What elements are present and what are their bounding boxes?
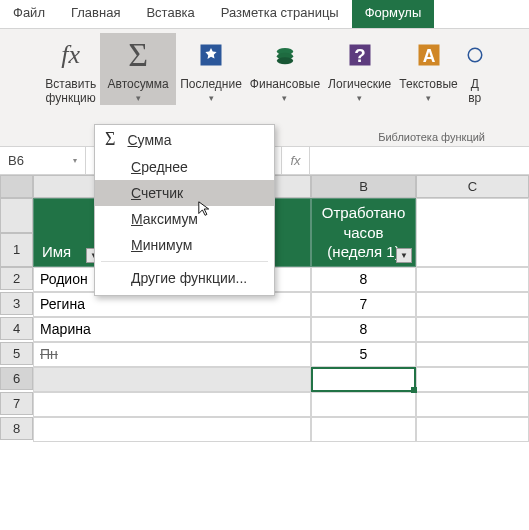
tab-file[interactable]: Файл bbox=[0, 0, 58, 28]
row-header-5[interactable]: 5 bbox=[0, 342, 33, 365]
chevron-down-icon: ▾ bbox=[426, 93, 431, 103]
row-header-7[interactable]: 7 bbox=[0, 392, 33, 415]
sigma-icon: Σ bbox=[118, 35, 158, 75]
tab-pagelayout[interactable]: Разметка страницы bbox=[208, 0, 352, 28]
cell-C6[interactable] bbox=[416, 367, 529, 392]
fx-icon: fx bbox=[51, 35, 91, 75]
cell-B8[interactable] bbox=[311, 417, 416, 442]
tab-home[interactable]: Главная bbox=[58, 0, 133, 28]
cell-C2[interactable] bbox=[416, 267, 529, 292]
row-header-1[interactable]: 1 bbox=[0, 233, 33, 267]
chevron-down-icon: ▾ bbox=[357, 93, 362, 103]
menu-item-average[interactable]: Среднее bbox=[95, 154, 274, 180]
recent-button[interactable]: Последние ▾ bbox=[176, 33, 246, 105]
menu-item-count[interactable]: Счетчик bbox=[95, 180, 274, 206]
row-header-4[interactable]: 4 bbox=[0, 317, 33, 340]
menu-item-more[interactable]: Другие функции... bbox=[95, 265, 274, 291]
fx-symbol[interactable]: fx bbox=[282, 147, 310, 174]
star-icon bbox=[191, 35, 231, 75]
cell-B3[interactable]: 7 bbox=[311, 292, 416, 317]
financial-button[interactable]: Финансовые ▾ bbox=[246, 33, 324, 105]
svg-text:A: A bbox=[422, 46, 435, 66]
select-all-corner[interactable] bbox=[0, 175, 33, 198]
cell-C3[interactable] bbox=[416, 292, 529, 317]
cell-A6[interactable] bbox=[33, 367, 311, 392]
text-a-icon: A bbox=[409, 35, 449, 75]
logical-button[interactable]: ? Логические ▾ bbox=[324, 33, 395, 105]
tab-formulas[interactable]: Формулы bbox=[352, 0, 435, 28]
date-button[interactable]: Д вр bbox=[462, 33, 488, 108]
row-header-2[interactable]: 2 bbox=[0, 267, 33, 290]
cell-B4[interactable]: 8 bbox=[311, 317, 416, 342]
cell-B7[interactable] bbox=[311, 392, 416, 417]
autosum-dropdown: Σ Сумма Среднее Счетчик Максимум Минимум… bbox=[94, 124, 275, 296]
formula-input[interactable] bbox=[310, 147, 529, 174]
tab-insert[interactable]: Вставка bbox=[133, 0, 207, 28]
menu-item-min[interactable]: Минимум bbox=[95, 232, 274, 258]
col-header-B[interactable]: B bbox=[311, 175, 416, 198]
cell-A7[interactable] bbox=[33, 392, 311, 417]
cell-A4[interactable]: Марина bbox=[33, 317, 311, 342]
clock-icon bbox=[466, 35, 484, 75]
name-box[interactable]: B6 ▾ bbox=[0, 147, 86, 174]
ribbon-group-caption: Библиотека функций bbox=[378, 131, 485, 146]
question-icon: ? bbox=[340, 35, 380, 75]
ribbon-tabs: Файл Главная Вставка Разметка страницы Ф… bbox=[0, 0, 529, 29]
row-header-8[interactable]: 8 bbox=[0, 417, 33, 440]
chevron-down-icon: ▾ bbox=[136, 93, 141, 103]
chevron-down-icon[interactable]: ▾ bbox=[73, 156, 77, 165]
chevron-down-icon: ▾ bbox=[282, 93, 287, 103]
cell-C4[interactable] bbox=[416, 317, 529, 342]
row-header-blank1[interactable] bbox=[0, 198, 33, 233]
filter-button[interactable]: ▼ bbox=[396, 248, 412, 263]
menu-item-sum[interactable]: Сумма bbox=[127, 132, 171, 148]
cell-C5[interactable] bbox=[416, 342, 529, 367]
chevron-down-icon: ▾ bbox=[209, 93, 214, 103]
insert-function-button[interactable]: fx Вставить функцию bbox=[41, 33, 100, 108]
cell-C7[interactable] bbox=[416, 392, 529, 417]
table-header-hours[interactable]: Отработано часов (неделя 1) ▼ bbox=[311, 198, 416, 267]
cell-C8[interactable] bbox=[416, 417, 529, 442]
cell-B2[interactable]: 8 bbox=[311, 267, 416, 292]
autosum-button[interactable]: Σ Автосумма ▾ bbox=[100, 33, 176, 105]
cell-A8[interactable] bbox=[33, 417, 311, 442]
coins-icon bbox=[265, 35, 305, 75]
svg-point-8 bbox=[468, 48, 482, 62]
text-button[interactable]: A Текстовые ▾ bbox=[395, 33, 461, 105]
cell-B5[interactable]: 5 bbox=[311, 342, 416, 367]
row-header-6[interactable]: 6 bbox=[0, 367, 33, 390]
svg-point-3 bbox=[277, 57, 293, 64]
cell-A5[interactable]: Пн bbox=[33, 342, 311, 367]
row-header-3[interactable]: 3 bbox=[0, 292, 33, 315]
col-header-C[interactable]: C bbox=[416, 175, 529, 198]
svg-text:?: ? bbox=[354, 45, 365, 66]
menu-item-max[interactable]: Максимум bbox=[95, 206, 274, 232]
fill-handle[interactable] bbox=[411, 387, 417, 393]
menu-separator bbox=[101, 261, 268, 262]
cell-B6[interactable] bbox=[311, 367, 416, 392]
sigma-icon: Σ bbox=[105, 129, 115, 150]
